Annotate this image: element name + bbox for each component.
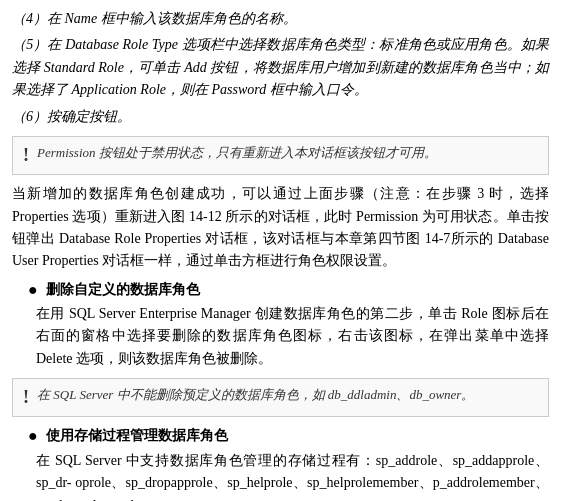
notice-icon-1: ! [23, 143, 29, 168]
bullet-label-2: 使用存储过程管理数据库角色 [46, 425, 228, 447]
notice-icon-2: ! [23, 385, 29, 410]
bullet-label-1: 删除自定义的数据库角色 [46, 279, 200, 301]
notice-text-1: Permission 按钮处于禁用状态，只有重新进入本对话框该按钮才可用。 [37, 143, 437, 164]
notice-box-1: ! Permission 按钮处于禁用状态，只有重新进入本对话框该按钮才可用。 [12, 136, 549, 175]
bullet-icon-1: ● [28, 279, 38, 301]
notice-text-2: 在 SQL Server 中不能删除预定义的数据库角色，如 db_ddladmi… [37, 385, 474, 406]
para1-text: 当新增加的数据库角色创建成功，可以通过上面步骤（注意：在步骤 3 时，选择 Pr… [12, 183, 549, 273]
notice-box-2: ! 在 SQL Server 中不能删除预定义的数据库角色，如 db_ddlad… [12, 378, 549, 417]
step5-text: （5）在 Database Role Type 选项栏中选择数据库角色类型：标准… [12, 34, 549, 101]
para3-text: 在 SQL Server 中支持数据库角色管理的存储过程有：sp_addrole… [36, 450, 549, 501]
bullet-item-2: ● 使用存储过程管理数据库角色 [28, 425, 549, 447]
bullet-icon-2: ● [28, 425, 38, 447]
para2-text: 在用 SQL Server Enterprise Manager 创建数据库角色… [36, 303, 549, 370]
bullet-item-1: ● 删除自定义的数据库角色 [28, 279, 549, 301]
step6-text: （6）按确定按钮。 [12, 106, 549, 128]
step4-text: （4）在 Name 框中输入该数据库角色的名称。 [12, 8, 549, 30]
